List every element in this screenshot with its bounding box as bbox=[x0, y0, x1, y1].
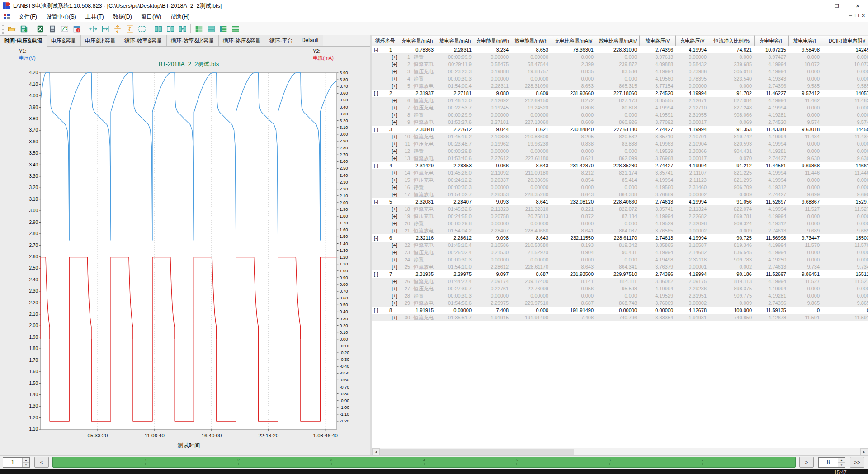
view-list-1-button[interactable] bbox=[193, 23, 205, 35]
export-excel-button[interactable] bbox=[34, 23, 46, 35]
expand-expander[interactable]: [+] bbox=[392, 300, 397, 306]
collapse-expander[interactable]: [-] bbox=[374, 126, 378, 133]
curve-editor-button[interactable] bbox=[58, 23, 71, 35]
last-page-button[interactable]: >> bbox=[850, 457, 864, 468]
step-row[interactable]: [+]16静置00:00:30.30.000000.000000.0000.00… bbox=[372, 184, 868, 191]
step-row[interactable]: [+]2恒流充电00:29:11.90.5847558.475442.39923… bbox=[372, 61, 868, 68]
expand-expander[interactable]: [+] bbox=[392, 213, 397, 219]
step-row[interactable]: [+]28静置00:00:30.30.000000.000000.0000.00… bbox=[372, 292, 868, 299]
calculator-button[interactable] bbox=[46, 23, 58, 35]
menu-item-2[interactable]: 工具(T) bbox=[81, 12, 108, 22]
window-fit-button[interactable] bbox=[164, 23, 176, 35]
collapse-expander[interactable]: [-] bbox=[374, 234, 378, 242]
windows-taskbar[interactable]: 15:47 bbox=[0, 469, 868, 474]
tab-7[interactable]: Default bbox=[297, 35, 323, 46]
step-row[interactable]: [+]19恒压充电00:24:55.00.2075820.758130.8728… bbox=[372, 213, 868, 220]
tab-5[interactable]: 循环-终压&容量 bbox=[219, 35, 265, 46]
expand-expander[interactable]: [+] bbox=[392, 242, 397, 248]
tab-0[interactable]: 时间-电压&电流 bbox=[0, 35, 47, 47]
cycle-row[interactable]: [-]81.919150.000007.4080.000191.914900.0… bbox=[372, 307, 868, 314]
column-header-10[interactable]: 充电电容/F bbox=[755, 35, 789, 46]
mdi-restore-icon[interactable]: ❐ bbox=[855, 13, 859, 18]
table-h-scrollbar[interactable]: ◄ ► bbox=[372, 448, 868, 456]
total-page-input[interactable]: 8 bbox=[819, 458, 838, 467]
view-list-2-button[interactable] bbox=[205, 23, 217, 35]
column-header-5[interactable]: 充电比容量/mAh/ bbox=[551, 35, 596, 46]
zoom-marquee-button[interactable] bbox=[136, 23, 148, 35]
step-row[interactable]: [+]9恒流放电01:53:27.62.27181227.180608.6098… bbox=[372, 118, 868, 126]
window-swap-button[interactable] bbox=[176, 23, 189, 35]
expand-expander[interactable]: [+] bbox=[392, 177, 397, 183]
expand-expander[interactable]: [+] bbox=[392, 134, 397, 139]
page-spinner[interactable]: 1 ▲ ▼ bbox=[3, 457, 30, 468]
expand-expander[interactable]: [+] bbox=[392, 156, 397, 161]
column-header-4[interactable]: 放电能量/mWh bbox=[511, 35, 551, 46]
tab-4[interactable]: 循环-效率&比容量 bbox=[167, 35, 219, 46]
mdi-close-icon[interactable]: ✕ bbox=[862, 13, 865, 18]
column-header-12[interactable]: DCIR(放电内阻)/ bbox=[822, 35, 868, 46]
chart-plot[interactable]: 05:33:2011:06:4016:40:0022:13:201.03:46:… bbox=[0, 47, 370, 456]
expand-expander[interactable]: [+] bbox=[392, 264, 397, 270]
expand-expander[interactable]: [+] bbox=[392, 112, 397, 118]
scrollbar-track[interactable] bbox=[574, 448, 860, 456]
column-header-0[interactable]: 循环序号 bbox=[372, 35, 398, 46]
step-row[interactable]: [+]12静置00:00:29.80.000000.000000.0000.00… bbox=[372, 147, 868, 155]
page-down-icon[interactable]: ▼ bbox=[23, 463, 29, 467]
step-row[interactable]: [+]6恒流充电01:46:13.02.12692212.691508.2728… bbox=[372, 97, 868, 104]
expand-expander[interactable]: [+] bbox=[392, 76, 397, 81]
scroll-right-icon[interactable]: ► bbox=[860, 448, 868, 456]
step-row[interactable]: [+]27恒压充电00:27:39.70.2276122.760990.9569… bbox=[372, 285, 868, 292]
column-header-2[interactable]: 放电容量/mAh bbox=[436, 35, 474, 46]
view-list-4-button[interactable] bbox=[229, 23, 241, 35]
collapse-expander[interactable]: [-] bbox=[374, 198, 378, 205]
step-row[interactable]: [+]13恒流放电01:53:40.62.27612227.611808.621… bbox=[372, 155, 868, 162]
expand-expander[interactable]: [+] bbox=[392, 286, 397, 291]
step-row[interactable]: [+]11恒压充电00:23:48.70.1996219.962380.8388… bbox=[372, 140, 868, 147]
expand-expander[interactable]: [+] bbox=[392, 141, 397, 147]
column-header-1[interactable]: 充电容量/mAh bbox=[398, 35, 436, 46]
tab-1[interactable]: 电压&容量 bbox=[47, 35, 81, 46]
step-row[interactable]: [+]24静置00:00:30.30.000000.000000.0000.00… bbox=[372, 256, 868, 263]
column-header-6[interactable]: 放电比容量/mAh/ bbox=[596, 35, 640, 46]
column-header-8[interactable]: 充电终压/V bbox=[676, 35, 709, 46]
step-row[interactable]: [+]30恒流充电01:35:51.71.91915191.914907.408… bbox=[372, 314, 868, 321]
collapse-expander[interactable]: [-] bbox=[374, 46, 378, 53]
cycle-row[interactable]: [-]72.319352.299759.0978.687231.93500229… bbox=[372, 270, 868, 278]
step-row[interactable]: [+]18恒流充电01:45:32.62.11323211.323108.221… bbox=[372, 205, 868, 213]
scrollbar-thumb[interactable] bbox=[380, 449, 574, 455]
expand-expander[interactable]: [+] bbox=[392, 206, 397, 212]
prev-page-button[interactable]: < bbox=[34, 457, 49, 468]
view-list-3-button[interactable] bbox=[217, 23, 229, 35]
step-row[interactable]: [+]5恒流放电01:54:00.42.28311228.310908.6538… bbox=[372, 82, 868, 90]
menu-item-0[interactable]: 文件(F) bbox=[14, 12, 42, 22]
menu-item-1[interactable]: 设置中心(S) bbox=[42, 12, 81, 22]
open-button[interactable] bbox=[5, 23, 18, 35]
step-row[interactable]: [+]3恒压充电00:23:23.30.1988819.887570.83583… bbox=[372, 68, 868, 75]
next-page-button[interactable]: > bbox=[799, 457, 814, 468]
cycle-row[interactable]: [-]22.319372.271819.0808.609231.93660227… bbox=[372, 90, 868, 97]
menu-item-4[interactable]: 窗口(W) bbox=[137, 12, 166, 22]
expand-expander[interactable]: [+] bbox=[392, 185, 397, 190]
expand-expander[interactable]: [+] bbox=[392, 293, 397, 299]
step-row[interactable]: [+]21恒流放电01:54:04.22.28407228.406608.641… bbox=[372, 227, 868, 234]
zoom-horizontal-button[interactable] bbox=[87, 23, 99, 35]
step-row[interactable]: [+]20静置00:00:29.80.000000.000000.0000.00… bbox=[372, 220, 868, 227]
step-row[interactable]: [+]25恒流放电01:54:10.02.28612228.611708.643… bbox=[372, 263, 868, 270]
expand-expander[interactable]: [+] bbox=[392, 62, 397, 67]
expand-expander[interactable]: [+] bbox=[392, 250, 397, 255]
step-row[interactable]: [+]1静置00:00:09.90.000000.000000.0000.000… bbox=[372, 53, 868, 61]
expand-expander[interactable]: [+] bbox=[392, 257, 397, 262]
step-row[interactable]: [+]15恒压充电00:24:12.20.2033720.336960.8548… bbox=[372, 176, 868, 184]
expand-expander[interactable]: [+] bbox=[392, 192, 397, 197]
expand-expander[interactable]: [+] bbox=[392, 315, 397, 320]
expand-expander[interactable]: [+] bbox=[392, 98, 397, 103]
cycle-row[interactable]: [-]32.308482.276129.0448.621230.84840227… bbox=[372, 126, 868, 133]
step-row[interactable]: [+]29恒流放电01:54:50.62.29975229.975108.687… bbox=[372, 299, 868, 307]
page-up-icon[interactable]: ▲ bbox=[23, 458, 29, 463]
collapse-expander[interactable]: [-] bbox=[374, 162, 378, 169]
expand-expander[interactable]: [+] bbox=[392, 83, 397, 89]
collapse-expander[interactable]: [-] bbox=[374, 90, 378, 97]
expand-expander[interactable]: [+] bbox=[392, 228, 397, 233]
step-row[interactable]: [+]17恒流放电01:54:02.72.28353228.352808.643… bbox=[372, 191, 868, 198]
step-row[interactable]: [+]22恒流充电01:45:10.42.10586210.585808.193… bbox=[372, 242, 868, 249]
